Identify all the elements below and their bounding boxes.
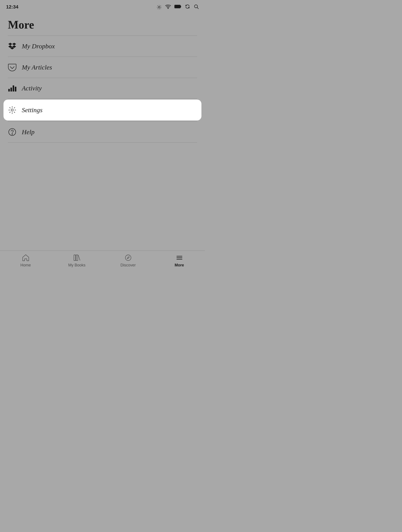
svg-point-0 bbox=[158, 6, 160, 8]
menu-item-help[interactable]: Help bbox=[0, 121, 205, 142]
svg-line-14 bbox=[197, 7, 199, 9]
svg-point-9 bbox=[168, 8, 169, 8]
articles-label: My Articles bbox=[22, 63, 52, 71]
bottom-nav: Home My Books Discover bbox=[0, 251, 205, 277]
home-icon bbox=[21, 254, 30, 262]
divider-3 bbox=[8, 98, 197, 99]
svg-rect-11 bbox=[175, 6, 180, 8]
sync-icon bbox=[185, 4, 190, 10]
help-icon bbox=[8, 128, 17, 136]
activity-icon bbox=[8, 85, 17, 91]
status-bar: 12:34 bbox=[0, 0, 205, 13]
discover-icon bbox=[124, 254, 133, 262]
pocket-icon bbox=[8, 63, 17, 71]
svg-rect-19 bbox=[76, 255, 78, 260]
gear-icon bbox=[8, 106, 17, 114]
svg-point-17 bbox=[12, 134, 13, 134]
menu-item-dropbox[interactable]: My Dropbox bbox=[0, 36, 205, 57]
menu-item-activity[interactable]: Activity bbox=[0, 78, 205, 98]
nav-item-discover[interactable]: Discover bbox=[103, 254, 154, 267]
wifi-icon bbox=[165, 4, 171, 10]
menu-list: My Dropbox My Articles Activity bbox=[0, 36, 205, 143]
dropbox-label: My Dropbox bbox=[22, 43, 55, 50]
settings-label: Settings bbox=[22, 106, 43, 114]
dropbox-icon bbox=[8, 42, 17, 50]
more-icon bbox=[175, 254, 184, 262]
svg-line-7 bbox=[157, 8, 158, 9]
svg-line-3 bbox=[157, 6, 158, 6]
menu-item-articles[interactable]: My Articles bbox=[0, 57, 205, 78]
svg-point-20 bbox=[125, 255, 131, 260]
nav-item-mybooks[interactable]: My Books bbox=[51, 254, 103, 267]
nav-label-home: Home bbox=[20, 263, 31, 267]
nav-item-home[interactable]: Home bbox=[0, 254, 51, 267]
nav-label-discover: Discover bbox=[120, 263, 136, 267]
divider-5 bbox=[8, 142, 197, 143]
menu-item-settings[interactable]: Settings bbox=[3, 100, 201, 120]
help-label: Help bbox=[22, 128, 34, 136]
nav-item-more[interactable]: More bbox=[154, 254, 205, 267]
brightness-icon bbox=[156, 4, 162, 10]
svg-rect-18 bbox=[74, 255, 76, 260]
battery-icon bbox=[175, 4, 181, 10]
page-title: More bbox=[0, 13, 205, 36]
books-icon bbox=[73, 254, 81, 262]
svg-point-15 bbox=[11, 109, 13, 111]
nav-label-mybooks: My Books bbox=[68, 263, 85, 267]
search-icon[interactable] bbox=[194, 4, 199, 10]
status-time: 12:34 bbox=[6, 4, 18, 10]
status-icons bbox=[156, 4, 199, 10]
nav-label-more: More bbox=[175, 263, 184, 267]
activity-label: Activity bbox=[22, 84, 42, 92]
